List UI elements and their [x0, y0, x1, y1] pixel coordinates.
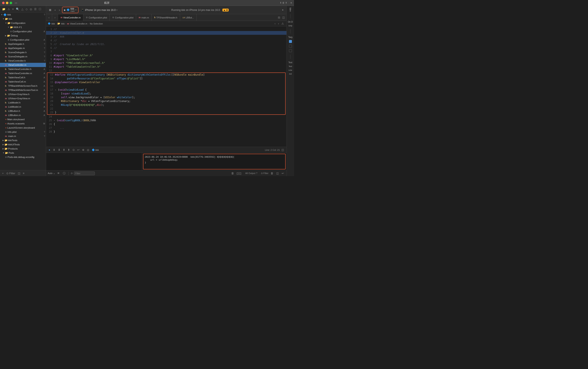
output-label[interactable]: All Output ⇡ [245, 172, 258, 175]
sidebar-toggle-icon[interactable]: ▭ [14, 1, 18, 5]
sidebar-item-kkk[interactable]: ▼ 📂 kkk [0, 17, 46, 21]
warning-badge[interactable]: ▲ 4 [222, 9, 229, 11]
tab-back-icon[interactable]: ‹ [46, 14, 52, 21]
sidebar-item-kkk-f1[interactable]: ▼ 📂 KKK-F1 [0, 25, 46, 29]
tab-lbbut[interactable]: LB LBBut... [180, 14, 197, 21]
sidebar-item-kkk-root[interactable]: ▼ 🔷 kkk ? [0, 12, 46, 17]
console-info-icon[interactable]: ⓘ [62, 171, 66, 176]
console-step-over-icon[interactable]: ⬇ [57, 148, 61, 152]
scheme-selector[interactable]: ▶ 🔷 kkk main ▾ [62, 7, 79, 13]
tab-configuration-plist-1[interactable]: ⚙ Configuration.plist [83, 14, 110, 21]
fullscreen-button[interactable] [10, 2, 12, 4]
sidebar-item-launchscreen[interactable]: ✕ LaunchScreen.storyboard [0, 126, 46, 130]
sidebar-item-tableviewcell-h[interactable]: h TableViewCell.h A [0, 75, 46, 80]
sidebar-item-config-plist-2[interactable]: ⚙ Configuration.plist A [0, 38, 46, 42]
console-split-icon2[interactable]: ◫ [275, 171, 280, 175]
console-clear-icon[interactable]: 🗑 [230, 171, 235, 175]
sidebar-item-appdelegate-h[interactable]: h AppDelegate.h ? [0, 42, 46, 46]
console-step-in-icon[interactable]: ⬆ [62, 148, 66, 152]
console-scheme-label[interactable]: 🔷 kkk [92, 148, 99, 151]
breadcrumb-kkk2[interactable]: kkk [61, 22, 65, 25]
tab-viewcontroller-m[interactable]: m ViewController.m [58, 14, 83, 21]
alert-icon[interactable]: △ [20, 7, 24, 11]
console-share-icon[interactable]: ⊙ [72, 148, 76, 152]
device-selector[interactable]: 📱 iPhone 14 pro max ios 16.0 ▾ [79, 8, 119, 12]
sidebar-item-main-m[interactable]: m main.m ? [0, 134, 46, 138]
console-trash-icon[interactable]: 🗑 [270, 171, 274, 175]
console-split-icon[interactable]: ◫ [281, 148, 285, 152]
hierarchy-icon[interactable]: ≡ [11, 7, 15, 11]
sidebar-item-pods-config[interactable]: ⚙ Pods-kkk.debug.xcconfig [0, 155, 46, 159]
sidebar-item-scenedelegate-m[interactable]: m SceneDelegate.m ? [0, 54, 46, 59]
inspector-icon[interactable]: ◫ [282, 16, 286, 20]
console-step-out-icon[interactable]: ⬆ [67, 148, 71, 152]
auto-label[interactable]: Auto ⌄ [48, 172, 55, 175]
sidebar-item-tpblackwhite-m[interactable]: m TPBlackWhiteScreenTool.m A [0, 88, 46, 92]
sidebar-item-uiview-h[interactable]: h UIView+GrayView.h A [0, 92, 46, 96]
code-editor[interactable]: 1 // 2 // ViewController.m 3 // kkk 4 //… [46, 26, 286, 147]
nav-back-icon[interactable]: ‹ [53, 8, 57, 12]
sidebar-item-viewcontroller-m[interactable]: m ViewController.m ? [0, 63, 46, 67]
filter-button[interactable]: ⊙ Filter [5, 171, 16, 175]
tab-main-m[interactable]: m main.m [136, 14, 152, 21]
sidebar-item-tpblackwhite-h[interactable]: h TPBlackWhiteScreenTool.h A [0, 84, 46, 88]
split-editor-icon[interactable]: ⊟ [277, 16, 281, 20]
sidebar-item-lbbutton-h[interactable]: h LBButton.h A [0, 109, 46, 113]
breadcrumb-back-icon[interactable]: ‹ [274, 21, 276, 26]
sidebar-item-listmodel-m[interactable]: m ListModel.m A [0, 105, 46, 109]
breadcrumb-viewcontroller[interactable]: ViewController.m [70, 22, 87, 25]
sidebar-item-pods[interactable]: ▼ 📂 Pods [0, 151, 46, 155]
tab-configuration-plist-2[interactable]: ⚙ Configuration.plist [110, 14, 136, 21]
console-play-icon[interactable]: ● [48, 148, 51, 152]
sidebar-item-assets[interactable]: ✕ Assets.xcassets M [0, 122, 46, 126]
breadcrumb-forward-icon[interactable]: › [277, 21, 280, 26]
tab-forward-icon[interactable]: › [52, 14, 58, 21]
sidebar-bottom-icon2[interactable]: ≡ [22, 171, 25, 175]
console-target-icon[interactable]: ⊕ [81, 148, 85, 152]
add-file-button[interactable]: + [1, 171, 5, 175]
sidebar-item-products[interactable]: ▶ 📂 Products [0, 147, 46, 151]
breadcrumb-kkk1[interactable]: kkk [51, 22, 55, 25]
console-eye-icon[interactable]: 👁 [56, 171, 61, 175]
warning-icon[interactable]: ⚠ [7, 7, 11, 11]
tab-tpshare-h[interactable]: h TPShareAllHeader.h [152, 14, 180, 21]
sidebar-item-uiview-m[interactable]: m UIView+GrayView.m A [0, 96, 46, 101]
console-wrap-icon[interactable]: ↩ [281, 171, 285, 175]
sidebar-item-tableviewcell-m[interactable]: m TableViewCell.m A [0, 80, 46, 84]
sidebar-item-scenedelegate-h[interactable]: h SceneDelegate.h ? [0, 50, 46, 54]
folder-icon[interactable]: 📁 [1, 7, 6, 11]
done-button[interactable]: + [290, 1, 292, 4]
nav-forward-icon[interactable]: › [58, 8, 61, 12]
sidebar-item-lbbutton-m[interactable]: m LBButton.m A [0, 113, 46, 117]
sidebar-item-tableviewcontroller-h[interactable]: h TableViewController.h A [0, 67, 46, 71]
breadcrumb-warning-icon[interactable]: ⚠ [281, 21, 285, 26]
checkbox-3[interactable] [289, 49, 292, 52]
sidebar-item-viewcontroller-h[interactable]: h ViewController.h ? [0, 59, 46, 63]
bookmark-icon[interactable]: ◇ [25, 7, 29, 11]
minimize-button[interactable] [6, 2, 8, 4]
sidebar-item-config-plist-1[interactable]: ⚙ Configuration.plist A [0, 29, 46, 33]
console-split-view-icon[interactable]: ◫◫ [236, 171, 242, 175]
sidebar-item-kkktests[interactable]: ▶ 📂 kkkTests [0, 138, 46, 143]
checkbox-2[interactable] [289, 45, 292, 48]
checkbox-1[interactable] [289, 40, 292, 43]
sidebar-item-listmodel-h[interactable]: h ListModel.h A [0, 101, 46, 105]
editor-mode-icon[interactable]: ⊞ [48, 8, 52, 12]
sidebar-item-debug[interactable]: ▶ 📂 Debug [0, 33, 46, 38]
console-filter-input[interactable] [74, 172, 95, 175]
console-arrow-icon[interactable]: ↩ [76, 148, 81, 152]
list-icon[interactable]: ☰ [33, 7, 38, 11]
console-location-icon[interactable]: ◎ [86, 148, 90, 152]
search-icon[interactable]: 🔍 [15, 7, 20, 11]
sidebar-item-main-storyboard[interactable]: ✕ Main.storyboard [0, 117, 46, 122]
sidebar-item-info-plist[interactable]: ⚙ Info.plist ? [0, 130, 46, 134]
sidebar-item-tableviewcontroller-m[interactable]: m TableViewController.m A [0, 71, 46, 75]
doc-icon[interactable]: ☐ [38, 7, 42, 11]
close-button[interactable] [2, 2, 5, 4]
sidebar-item-kkkuitests[interactable]: ▶ 📂 kkkUITests [0, 143, 46, 147]
sidebar-item-configuration[interactable]: ▼ 📂 Configuration [0, 21, 46, 25]
sidebar-item-appdelegate-m[interactable]: m AppDelegate.m ? [0, 46, 46, 50]
sidebar-bottom-icon[interactable]: ◫ [17, 171, 21, 175]
source-icon[interactable]: ◎ [29, 7, 33, 11]
console-pause-icon[interactable]: ⏸ [52, 148, 56, 152]
